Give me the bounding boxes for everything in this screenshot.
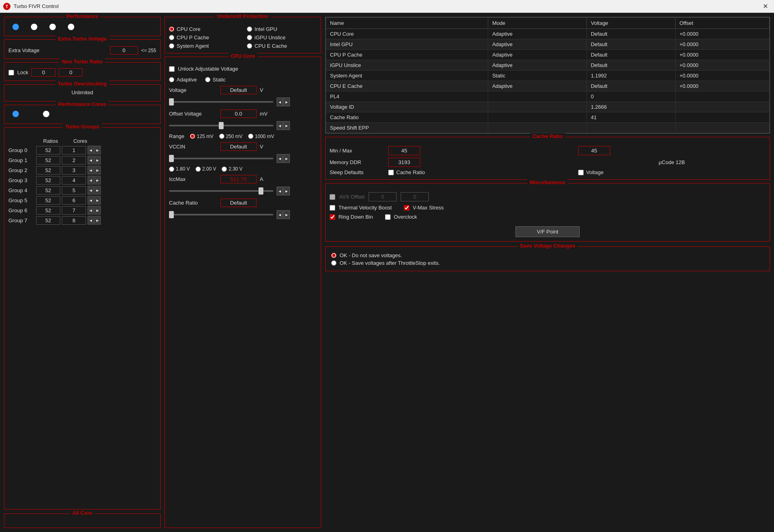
- tg-cores-input[interactable]: [62, 196, 86, 205]
- voltage-slider[interactable]: [169, 101, 273, 103]
- offset-voltage-input[interactable]: [220, 110, 257, 118]
- vmax-option[interactable]: V-Max Stress: [404, 205, 444, 211]
- tg-dec-btn[interactable]: ◄: [88, 156, 94, 164]
- cache-ratio-inc-btn[interactable]: ►: [283, 210, 290, 219]
- uvp-intel-gpu[interactable]: Intel GPU: [247, 26, 317, 32]
- tg-arrows: ◄ ►: [88, 146, 101, 154]
- sleep-cache-ratio-checkbox[interactable]: [388, 170, 394, 175]
- cell-mode: Adaptive: [488, 39, 587, 50]
- tg-inc-btn[interactable]: ►: [94, 216, 101, 225]
- cache-ratio-input[interactable]: [220, 199, 257, 207]
- voltage-input[interactable]: [220, 86, 257, 94]
- offset-unit: mV: [260, 111, 272, 117]
- save-option-1[interactable]: OK - Do not save voltages.: [331, 252, 764, 258]
- tvb-option[interactable]: Thermal Velocity Boost: [330, 205, 392, 211]
- vf-point-button[interactable]: V/F Point: [515, 226, 580, 237]
- tg-cores-input[interactable]: [62, 146, 86, 154]
- non-turbo-value2[interactable]: [59, 68, 83, 77]
- uvp-cpu-e-cache[interactable]: CPU E Cache: [247, 43, 317, 49]
- tg-cores-input[interactable]: [62, 156, 86, 164]
- offset-slider[interactable]: [169, 125, 273, 126]
- tg-inc-btn[interactable]: ►: [94, 206, 101, 215]
- tg-cores-input[interactable]: [62, 216, 86, 225]
- tg-ratio-input[interactable]: [36, 156, 60, 164]
- tg-ratio-input[interactable]: [36, 216, 60, 225]
- iccmax-dec-btn[interactable]: ◄: [277, 187, 283, 195]
- perf-core-dot-1[interactable]: [43, 111, 49, 117]
- tg-dec-btn[interactable]: ◄: [88, 186, 94, 195]
- offset-dec-btn[interactable]: ◄: [277, 121, 283, 130]
- tg-dec-btn[interactable]: ◄: [88, 166, 94, 175]
- tg-ratio-input[interactable]: [36, 166, 60, 175]
- tg-ratio-input[interactable]: [36, 186, 60, 195]
- tg-ratio-input[interactable]: [36, 196, 60, 205]
- static-option[interactable]: Static: [205, 77, 226, 83]
- range-1000-option[interactable]: 1000 mV: [248, 134, 274, 139]
- sleep-voltage-checkbox[interactable]: [578, 170, 584, 175]
- tg-inc-btn[interactable]: ►: [94, 186, 101, 195]
- adaptive-option[interactable]: Adaptive: [169, 77, 197, 83]
- extra-voltage-row: Extra Voltage <= 255: [8, 46, 156, 55]
- tg-dec-btn[interactable]: ◄: [88, 176, 94, 185]
- tg-cores-input[interactable]: [62, 176, 86, 185]
- tg-dec-btn[interactable]: ◄: [88, 146, 94, 154]
- overclock-checkbox[interactable]: [385, 214, 391, 220]
- tg-dec-btn[interactable]: ◄: [88, 196, 94, 205]
- vccin-inc-btn[interactable]: ►: [283, 154, 290, 163]
- vccin-range-200-option[interactable]: 2.00 V: [196, 166, 216, 172]
- perf-core-dot-0[interactable]: [12, 111, 19, 117]
- vccin-range-230-label: 2.30 V: [228, 166, 242, 172]
- tg-dec-btn[interactable]: ◄: [88, 216, 94, 225]
- ring-down-checkbox[interactable]: [330, 214, 335, 220]
- tg-cores-input[interactable]: [62, 186, 86, 195]
- max-value-input[interactable]: [578, 146, 610, 155]
- uvp-igpu-unslice[interactable]: iGPU Unslice: [247, 35, 317, 41]
- tg-cores-input[interactable]: [62, 166, 86, 175]
- lock-checkbox[interactable]: [8, 70, 14, 75]
- vccin-slider[interactable]: [169, 158, 273, 159]
- performance-dot-0[interactable]: [12, 24, 19, 30]
- tg-inc-btn[interactable]: ►: [94, 196, 101, 205]
- tg-ratio-input[interactable]: [36, 146, 60, 154]
- save-option-2[interactable]: OK - Save voltages after ThrottleStop ex…: [331, 260, 764, 266]
- vccin-range-230-option[interactable]: 2.30 V: [222, 166, 242, 172]
- uvp-cpu-p-cache[interactable]: CPU P Cache: [169, 35, 239, 41]
- tg-ratio-input[interactable]: [36, 206, 60, 215]
- close-button[interactable]: ✕: [760, 1, 771, 12]
- vccin-dec-btn[interactable]: ◄: [277, 154, 283, 163]
- iccmax-slider[interactable]: [169, 190, 273, 192]
- min-value-input[interactable]: [388, 146, 420, 155]
- tvb-checkbox[interactable]: [330, 205, 335, 211]
- memory-ddr-input[interactable]: [388, 158, 420, 167]
- vccin-range-180-option[interactable]: 1.80 V: [169, 166, 190, 172]
- range-250-option[interactable]: 250 mV: [219, 134, 242, 139]
- vccin-input[interactable]: [220, 142, 257, 151]
- tg-inc-btn[interactable]: ►: [94, 166, 101, 175]
- tg-inc-btn[interactable]: ►: [94, 156, 101, 164]
- extra-voltage-input[interactable]: [110, 46, 138, 55]
- iccmax-inc-btn[interactable]: ►: [283, 187, 290, 195]
- tg-inc-btn[interactable]: ►: [94, 176, 101, 185]
- range-125-option[interactable]: 125 mV: [190, 134, 213, 139]
- uvp-cpu-core[interactable]: CPU Core: [169, 26, 239, 32]
- ring-down-option[interactable]: Ring Down Bin: [330, 214, 373, 220]
- iccmax-input[interactable]: [220, 175, 257, 183]
- overclock-option[interactable]: Overclock: [385, 214, 417, 220]
- voltage-inc-btn[interactable]: ►: [283, 97, 290, 106]
- vmax-checkbox[interactable]: [404, 205, 409, 211]
- tg-ratio-input[interactable]: [36, 176, 60, 185]
- offset-inc-btn[interactable]: ►: [283, 121, 290, 130]
- non-turbo-value1[interactable]: [31, 68, 55, 77]
- performance-dot-1[interactable]: [31, 24, 37, 30]
- voltage-dec-btn[interactable]: ◄: [277, 97, 283, 106]
- tg-row-label: Group 2: [8, 167, 35, 173]
- performance-dot-3[interactable]: [68, 24, 74, 30]
- cache-ratio-dec-btn[interactable]: ◄: [277, 210, 283, 219]
- performance-dot-2[interactable]: [49, 24, 56, 30]
- tg-inc-btn[interactable]: ►: [94, 146, 101, 154]
- tg-dec-btn[interactable]: ◄: [88, 206, 94, 215]
- unlock-checkbox[interactable]: [169, 66, 175, 72]
- cache-ratio-slider[interactable]: [169, 214, 273, 215]
- tg-cores-input[interactable]: [62, 206, 86, 215]
- uvp-system-agent[interactable]: System Agent: [169, 43, 239, 49]
